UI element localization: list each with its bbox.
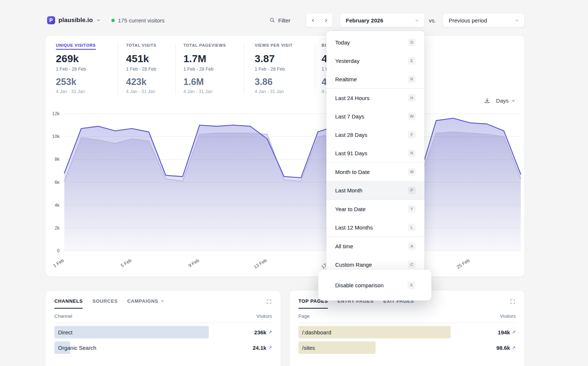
shortcut-badge: X: [408, 281, 415, 289]
stat-compare-period: 4 Jan - 31 Jan: [126, 89, 157, 94]
menu-item-yesterday[interactable]: Yesterday E: [326, 51, 424, 70]
tab-sources[interactable]: SOURCES: [92, 298, 118, 309]
table-row[interactable]: Direct 236k↗: [54, 326, 272, 338]
menu-item-last-28-days[interactable]: Last 28 Days F: [326, 125, 424, 144]
chevron-right-icon: [324, 18, 329, 23]
y-axis-label: 12k: [52, 111, 60, 116]
channels-panel: CHANNELSSOURCESCAMPAIGNS Channel Visitor…: [46, 291, 281, 366]
stat-compare-value: 423k: [126, 77, 157, 87]
stat-label: TOTAL PAGEVIEWS: [183, 43, 226, 50]
tab-campaigns[interactable]: CAMPAIGNS: [127, 298, 164, 309]
y-axis-label: 4k: [55, 203, 60, 208]
table-row[interactable]: Organic Search 24.1k↗: [54, 341, 272, 354]
column-header: Visitors: [500, 313, 516, 319]
stat-divider: [244, 43, 244, 95]
menu-item-last-12-months[interactable]: Last 12 Months L: [326, 218, 424, 237]
previous-period-button[interactable]: [306, 13, 319, 27]
shortcut-badge: P: [408, 186, 416, 194]
stat-divider: [315, 43, 315, 95]
x-axis-label: 5 Feb: [120, 258, 133, 269]
row-value: 236k↗: [254, 329, 272, 335]
interval-select[interactable]: Days: [496, 97, 516, 104]
menu-item-disable-comparison[interactable]: Disable comparison X: [318, 270, 431, 301]
stat-unique-visitors[interactable]: UNIQUE VISITORS 269k 1 Feb - 28 Feb 253k…: [56, 42, 96, 94]
menu-item-all-time[interactable]: All time A: [326, 237, 424, 255]
menu-item-month-to-date[interactable]: Month to Date M: [326, 163, 424, 181]
y-axis-label: 10k: [52, 134, 60, 139]
stat-total-visits[interactable]: TOTAL VISITS 451k 1 Feb - 28 Feb 423k 4 …: [126, 42, 157, 94]
shortcut-badge: W: [408, 113, 416, 120]
menu-item-today[interactable]: Today D: [326, 33, 424, 51]
visitors-card: UNIQUE VISITORS 269k 1 Feb - 28 Feb 253k…: [46, 36, 524, 277]
menu-item-last-91-days[interactable]: Last 91 Days N: [326, 144, 424, 162]
shortcut-badge: Y: [408, 205, 416, 213]
trend-arrow-icon: ↗: [512, 330, 516, 335]
filter-label: Filter: [278, 17, 290, 24]
stat-compare-value: 3.86: [255, 77, 293, 87]
comparison-picker[interactable]: Previous period: [443, 13, 524, 27]
current-visitors[interactable]: 175 current visitors: [111, 13, 165, 27]
vs-label: vs.: [429, 13, 436, 27]
stat-compare-period: 4 Jan - 31 Jan: [255, 89, 293, 94]
trend-arrow-icon: ↗: [268, 330, 272, 335]
chart-controls: Days: [484, 97, 516, 104]
stat-value: 269k: [56, 53, 96, 65]
interval-label: Days: [496, 97, 509, 104]
menu-item-last-month[interactable]: Last Month P: [326, 181, 424, 199]
x-axis-label: 13 Feb: [253, 258, 268, 269]
live-dot-icon: [111, 19, 115, 22]
menu-item-last-7-days[interactable]: Last 7 Days W: [326, 107, 424, 125]
stat-compare-value: 1.6M: [183, 77, 226, 87]
date-range-picker[interactable]: February 2026: [340, 13, 424, 27]
pages-panel: TOP PAGESENTRY PAGESEXIT PAGES Page Visi…: [290, 291, 524, 366]
row-name[interactable]: Direct: [54, 329, 72, 335]
expand-icon[interactable]: [510, 299, 516, 305]
shortcut-badge: N: [408, 149, 416, 157]
plausible-dashboard: P plausible.io 175 current visitors Filt…: [0, 0, 588, 366]
stat-period: 1 Feb - 28 Feb: [56, 67, 96, 72]
menu-item-label: Last 7 Days: [335, 113, 364, 120]
chevron-down-icon: [511, 99, 516, 103]
x-axis-label: 1 Feb: [52, 258, 65, 269]
shortcut-badge: D: [408, 39, 416, 46]
filter-button[interactable]: Filter: [269, 13, 290, 27]
download-icon[interactable]: [484, 97, 490, 104]
tab-label: CAMPAIGNS: [127, 298, 158, 304]
trend-arrow-icon: ↗: [268, 345, 272, 350]
stat-value: 3.87: [255, 53, 293, 65]
stat-compare-period: 4 Jan - 31 Jan: [183, 89, 226, 94]
chevron-down-icon: [160, 299, 164, 303]
visitors-chart[interactable]: 02k4k6k8k10k12k1 Feb5 Feb9 Feb13 Feb17 F…: [48, 110, 524, 269]
menu-item-year-to-date[interactable]: Year to Date Y: [326, 200, 424, 218]
tab-label: CHANNELS: [54, 298, 83, 304]
chevron-left-icon: [311, 18, 315, 23]
row-name[interactable]: Organic Search: [54, 345, 96, 351]
table-row[interactable]: /sites 98.6k↗: [298, 341, 516, 354]
menu-item-label: Last Month: [335, 187, 362, 193]
stat-label: TOTAL VISITS: [126, 43, 157, 50]
menu-item-last-24-hours[interactable]: Last 24 Hours H: [326, 89, 424, 107]
x-axis-label: 25 Feb: [456, 258, 470, 269]
stat-total-pageviews[interactable]: TOTAL PAGEVIEWS 1.7M 1 Feb - 28 Feb 1.6M…: [183, 42, 226, 94]
shortcut-badge: R: [408, 75, 416, 83]
tab-label: SOURCES: [92, 298, 118, 304]
stat-period: 1 Feb - 28 Feb: [183, 67, 226, 72]
stat-divider: [175, 43, 176, 95]
stat-views-per-visit[interactable]: VIEWS PER VISIT 3.87 1 Feb - 28 Feb 3.86…: [255, 42, 293, 94]
tab-channels[interactable]: CHANNELS: [54, 298, 83, 309]
stat-divider: [118, 43, 118, 95]
menu-item-realtime[interactable]: Realtime R: [326, 70, 424, 88]
menu-item-label: Last 12 Months: [335, 224, 373, 231]
row-name[interactable]: /sites: [298, 345, 315, 351]
menu-item-label: Yesterday: [335, 58, 359, 64]
expand-icon[interactable]: [266, 299, 272, 305]
site-switcher[interactable]: P plausible.io: [47, 13, 101, 27]
row-name[interactable]: /:dashboard: [298, 329, 331, 335]
menu-item-label: Disable comparison: [335, 282, 384, 288]
row-value: 98.6k↗: [496, 345, 516, 351]
shortcut-badge: H: [408, 94, 416, 102]
table-row[interactable]: /:dashboard 194k↗: [298, 326, 516, 338]
y-axis-label: 0: [57, 248, 60, 253]
next-period-button[interactable]: [319, 13, 333, 27]
date-range-label: February 2026: [346, 17, 383, 24]
